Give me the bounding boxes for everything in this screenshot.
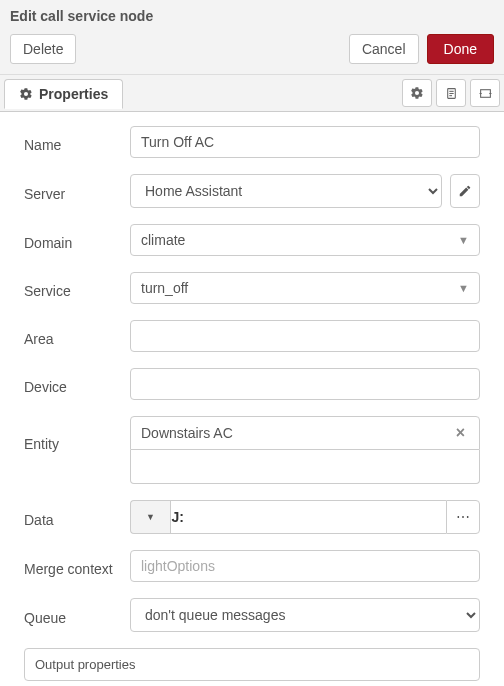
appearance-icon-button[interactable] xyxy=(470,79,500,107)
queue-label: Queue xyxy=(24,604,130,626)
entity-chip[interactable]: Downstairs AC × xyxy=(130,416,480,450)
server-select[interactable]: Home Assistant xyxy=(130,174,442,208)
data-input[interactable] xyxy=(170,500,446,534)
document-icon xyxy=(445,86,458,101)
gear-icon xyxy=(410,86,424,100)
entity-chip-label: Downstairs AC xyxy=(141,425,233,441)
tab-properties[interactable]: Properties xyxy=(4,79,123,109)
gear-icon xyxy=(19,87,33,101)
cancel-button[interactable]: Cancel xyxy=(349,34,419,64)
dialog-title: Edit call service node xyxy=(10,8,494,24)
service-value: turn_off xyxy=(141,280,188,296)
dialog-header: Edit call service node Delete Cancel Don… xyxy=(0,0,504,75)
output-properties-box[interactable]: Output properties xyxy=(24,648,480,681)
device-label: Device xyxy=(24,373,130,395)
queue-select[interactable]: don't queue messages xyxy=(130,598,480,632)
service-combo[interactable]: turn_off ▼ xyxy=(130,272,480,304)
entity-label: Entity xyxy=(24,416,130,452)
caret-down-icon: ▼ xyxy=(458,234,469,246)
settings-icon-button[interactable] xyxy=(402,79,432,107)
data-expand-button[interactable]: ⋯ xyxy=(446,500,480,534)
area-input[interactable] xyxy=(130,320,480,352)
domain-label: Domain xyxy=(24,229,130,251)
pencil-icon xyxy=(458,184,472,198)
properties-form: Name Server Home Assistant Domain climat… xyxy=(0,112,504,686)
domain-combo[interactable]: climate ▼ xyxy=(130,224,480,256)
merge-context-input[interactable] xyxy=(130,550,480,582)
close-icon[interactable]: × xyxy=(452,424,469,442)
tab-bar: Properties xyxy=(0,75,504,112)
tab-properties-label: Properties xyxy=(39,86,108,102)
header-buttons: Delete Cancel Done xyxy=(10,34,494,64)
caret-down-icon: ▼ xyxy=(458,282,469,294)
area-label: Area xyxy=(24,325,130,347)
expand-icon xyxy=(478,87,493,100)
merge-context-label: Merge context xyxy=(24,555,130,577)
server-label: Server xyxy=(24,180,130,202)
ellipsis-icon: ⋯ xyxy=(456,509,471,525)
caret-down-icon: ▼ xyxy=(146,512,155,522)
service-label: Service xyxy=(24,277,130,299)
delete-button[interactable]: Delete xyxy=(10,34,76,64)
name-label: Name xyxy=(24,131,130,153)
docs-icon-button[interactable] xyxy=(436,79,466,107)
data-label: Data xyxy=(24,506,130,528)
svg-rect-4 xyxy=(480,89,490,97)
device-input[interactable] xyxy=(130,368,480,400)
data-type-selector[interactable]: ▼ J: xyxy=(130,500,170,534)
done-button[interactable]: Done xyxy=(427,34,494,64)
name-input[interactable] xyxy=(130,126,480,158)
entity-input[interactable] xyxy=(130,450,480,484)
jsonata-icon: J: xyxy=(172,509,184,525)
edit-server-button[interactable] xyxy=(450,174,480,208)
domain-value: climate xyxy=(141,232,185,248)
